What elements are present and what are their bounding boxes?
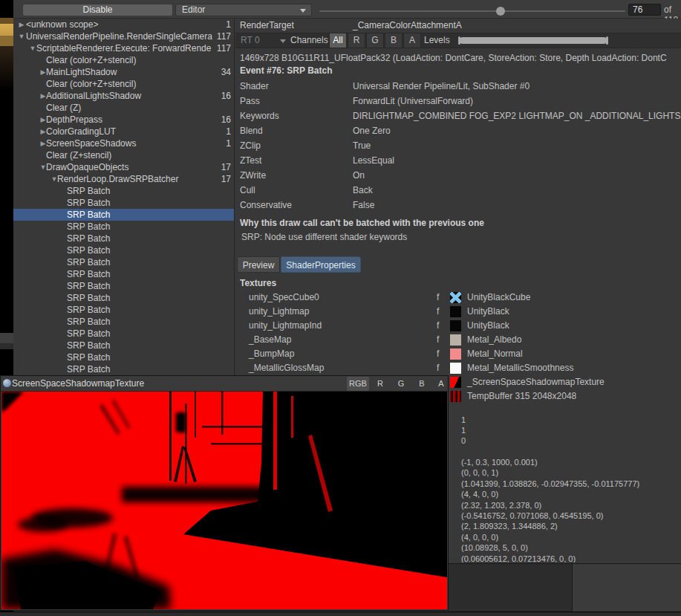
tree-item-label: SRP Batch	[67, 221, 212, 233]
detail-value: False	[353, 198, 374, 213]
tree-row[interactable]: ▼ScriptableRenderer.Execute: ForwardRend…	[13, 42, 235, 54]
texture-row: _BaseMapfMetal_Albedo	[235, 333, 681, 347]
tree-row[interactable]: SRP Batch	[13, 268, 235, 280]
preview-channel-button-g[interactable]: G	[393, 377, 409, 391]
float-value: 1	[461, 415, 681, 425]
tree-row[interactable]: SRP Batch	[13, 340, 235, 351]
tree-item-label: MainLightShadow	[46, 66, 212, 78]
tree-row[interactable]: ▼RenderLoop.DrawSRPBatcher17	[13, 173, 235, 185]
tree-item-label: RenderLoop.DrawSRPBatcher	[57, 173, 212, 185]
texture-flag: f	[437, 291, 439, 305]
target-dropdown[interactable]: Editor	[175, 4, 312, 16]
tree-row[interactable]: ▶MainLightShadow34	[13, 66, 235, 78]
channel-button-g[interactable]: G	[366, 33, 384, 48]
textures-header: Textures	[240, 278, 276, 288]
tree-row[interactable]: ▶ScreenSpaceShadows1	[13, 137, 235, 149]
levels-slider[interactable]	[460, 37, 607, 44]
texture-asset-name: TempBuffer 315 2048x2048	[467, 389, 576, 403]
tree-row[interactable]: SRP Batch	[13, 244, 235, 256]
tree-item-label: SRP Batch	[67, 316, 212, 328]
tree-row[interactable]: Clear (Z)	[13, 102, 235, 114]
tree-row[interactable]: SRP Batch	[13, 292, 235, 304]
texture-thumbnail-albedo-icon	[450, 334, 461, 346]
scene-fragment	[0, 333, 13, 343]
texture-flag: f	[437, 305, 439, 319]
tree-row[interactable]: Clear (color+Z+stencil)	[13, 54, 235, 66]
tree-item-count: 1	[212, 19, 231, 30]
texture-thumbnail-black-icon	[450, 306, 461, 317]
event-slider-handle[interactable]	[496, 7, 505, 16]
detail-value: One Zero	[353, 123, 391, 138]
background-scene-strip	[0, 0, 13, 375]
channels-label: Channels	[290, 33, 328, 48]
tree-row[interactable]: SRP Batch	[13, 197, 235, 209]
tree-row[interactable]: SRP Batch	[13, 363, 235, 375]
preview-channel-button-b[interactable]: B	[414, 377, 430, 391]
rt-index-dropdown[interactable]: RT 0	[241, 33, 260, 48]
tab-preview[interactable]: Preview	[237, 256, 280, 273]
texture-row: unity_LightmapfUnityBlack	[235, 305, 681, 319]
tree-row[interactable]: SRP Batch	[13, 328, 235, 340]
tree-row[interactable]: ▶ColorGradingLUT1	[13, 126, 235, 137]
tree-row[interactable]: ▼DrawOpaqueObjects17	[13, 161, 235, 173]
preview-channel-button-a[interactable]: A	[434, 377, 448, 391]
scene-fragment	[0, 46, 13, 91]
docked-panel-fragment	[449, 563, 572, 612]
channel-button-r[interactable]: R	[348, 33, 365, 48]
channel-button-a[interactable]: A	[403, 33, 421, 48]
texture-asset-name: UnityBlack	[467, 319, 509, 333]
batch-break-title: Why this draw call can't be batched with…	[240, 218, 484, 228]
detail-row: ZWriteOn	[235, 168, 681, 183]
tree-row[interactable]: ▶<unknown scope>1	[13, 19, 235, 30]
channel-button-b[interactable]: B	[385, 33, 403, 48]
tree-row[interactable]: SRP Batch	[13, 304, 235, 316]
tree-item-count: 17	[212, 173, 231, 185]
disable-button[interactable]: Disable	[22, 4, 173, 16]
tree-item-label: ColorGradingLUT	[46, 126, 212, 137]
foldout-open-icon[interactable]: ▼	[17, 30, 26, 42]
detail-label: ZWrite	[240, 168, 266, 183]
texture-flag: f	[437, 319, 439, 333]
tree-item-label: Clear (Z)	[46, 102, 212, 114]
scene-fragment	[0, 36, 13, 46]
detail-value: ForwardLit (UniversalForward)	[353, 94, 473, 108]
tree-row[interactable]: SRP Batch	[13, 185, 235, 197]
texture-property-name: _MetallicGlossMap	[249, 361, 324, 375]
preview-channel-button-rgb[interactable]: RGB	[347, 377, 369, 391]
detail-label: Pass	[240, 94, 260, 108]
tree-row[interactable]: SRP Batch	[13, 256, 235, 268]
tree-row[interactable]: Clear (color+Z+stencil)	[13, 78, 235, 90]
event-slider-track[interactable]	[319, 10, 625, 12]
preview-channel-button-r[interactable]: R	[372, 377, 388, 391]
tree-row[interactable]: SRP Batch	[13, 233, 235, 244]
tree-item-label: SRP Batch	[67, 197, 212, 209]
detail-row: ZClipTrue	[235, 138, 681, 153]
detail-row: CullBack	[235, 183, 681, 198]
texture-thumbnail-normal-icon	[450, 348, 461, 360]
tree-row[interactable]: SRP Batch	[13, 280, 235, 292]
texture-property-name: unity_SpecCube0	[249, 291, 319, 305]
tree-row[interactable]: ▶DepthPrepass16	[13, 114, 235, 126]
tree-row[interactable]: ▶AdditionalLightsShadow16	[13, 90, 235, 102]
scene-fragment	[0, 24, 13, 36]
tree-row[interactable]: SRP Batch	[13, 316, 235, 328]
tree-item-label: ScreenSpaceShadows	[46, 137, 212, 149]
render-target-value: _CameraColorAttachmentA	[353, 19, 462, 33]
texture-property-name: _BaseMap	[249, 333, 291, 347]
texture-asset-name: UnityBlack	[467, 305, 509, 319]
tree-row[interactable]: Clear (Z+stencil)	[13, 149, 235, 161]
tree-row[interactable]: SRP Batch	[13, 209, 235, 221]
tree-item-label: SRP Batch	[67, 351, 212, 363]
event-number-input[interactable]: 76	[628, 4, 661, 16]
tree-row[interactable]: SRP Batch	[13, 351, 235, 363]
texture-preview-titlebar[interactable]: ScreenSpaceShadowmapTexture RGBRGBA	[1, 376, 448, 392]
render-target-row: RenderTarget _CameraColorAttachmentA	[235, 19, 681, 33]
tree-item-label: SRP Batch	[67, 233, 212, 244]
foldout-closed-icon[interactable]: ▶	[17, 19, 26, 30]
tab-shaderproperties[interactable]: ShaderProperties	[281, 256, 361, 273]
vector-value: (10.08928, 5, 0, 0)	[461, 542, 681, 553]
tree-row[interactable]: ▼UniversalRenderPipeline.RenderSingleCam…	[13, 30, 235, 42]
tree-item-label: UniversalRenderPipeline.RenderSingleCame…	[26, 30, 212, 42]
channel-button-all[interactable]: All	[329, 33, 347, 48]
tree-row[interactable]: SRP Batch	[13, 221, 235, 233]
